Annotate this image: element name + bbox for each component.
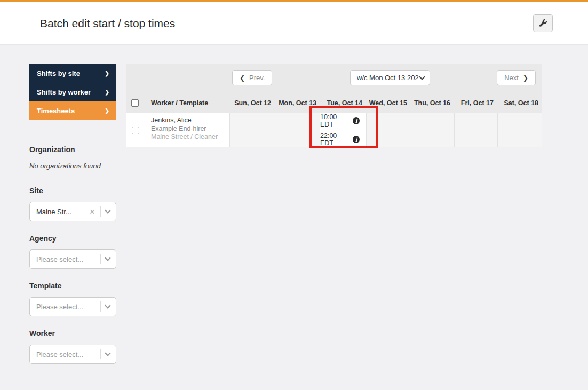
worker-template-cell: Jenkins, Alice Example End-hirer Maine S… bbox=[144, 113, 229, 147]
column-header-tue: Tue, Oct 14 bbox=[320, 99, 366, 107]
content-area: Shifts by site ❯ Shifts by worker ❯ Time… bbox=[0, 45, 588, 390]
table-row: Jenkins, Alice Example End-hirer Maine S… bbox=[126, 113, 542, 141]
select-all-checkbox[interactable] bbox=[131, 99, 139, 107]
site-label: Site bbox=[29, 186, 116, 195]
timesheet-table: ❮ Prev. w/c Mon Oct 13 202 Next ❯ Worker… bbox=[126, 64, 542, 141]
chevron-right-icon: ❯ bbox=[105, 71, 109, 76]
day-cell-mon[interactable] bbox=[275, 113, 320, 147]
table-header: ❮ Prev. w/c Mon Oct 13 202 Next ❯ Worker… bbox=[126, 64, 542, 113]
select-all-cell bbox=[126, 99, 144, 107]
no-organizations-text: No organizations found bbox=[29, 162, 116, 170]
app-window: Batch edit start / stop times Shifts by … bbox=[0, 0, 588, 391]
chevron-right-icon: ❯ bbox=[523, 74, 528, 82]
organization-label: Organization bbox=[29, 145, 116, 154]
shift-start-time: 10:00 EDT bbox=[320, 113, 349, 128]
week-select[interactable]: w/c Mon Oct 13 202 bbox=[350, 70, 430, 85]
chevron-down-icon[interactable] bbox=[105, 302, 110, 308]
worker-name: Jenkins, Alice bbox=[151, 116, 226, 125]
template-label: Template bbox=[29, 281, 116, 290]
chevron-down-icon[interactable] bbox=[105, 255, 110, 261]
worker-select-placeholder: Please select... bbox=[36, 350, 83, 358]
template-select-placeholder: Please select... bbox=[36, 303, 83, 311]
page-title: Batch edit start / stop times bbox=[40, 17, 175, 30]
clear-x-icon[interactable]: × bbox=[90, 207, 95, 216]
chevron-down-icon[interactable] bbox=[105, 350, 110, 356]
worker-label: Worker bbox=[29, 329, 116, 338]
shift-stop-entry: 22:00 EDT i bbox=[320, 132, 360, 147]
select-divider bbox=[100, 349, 101, 359]
shift-start-entry: 10:00 EDT i bbox=[320, 113, 360, 128]
site-select[interactable]: Maine Str... × bbox=[29, 202, 116, 221]
sidebar-item-shifts-by-site[interactable]: Shifts by site ❯ bbox=[29, 64, 116, 83]
nav-item-label: Shifts by worker bbox=[37, 88, 91, 96]
shift-stop-time: 22:00 EDT bbox=[320, 132, 349, 147]
column-header-mon: Mon, Oct 13 bbox=[275, 99, 320, 107]
prev-button-label: Prev. bbox=[249, 74, 265, 82]
chevron-left-icon: ❮ bbox=[240, 74, 245, 82]
day-cell-wed[interactable] bbox=[366, 113, 411, 147]
next-week-button[interactable]: Next ❯ bbox=[497, 70, 536, 85]
settings-button[interactable] bbox=[533, 14, 553, 32]
next-button-label: Next bbox=[504, 74, 519, 82]
site-role: Maine Street / Cleaner bbox=[151, 133, 226, 142]
sidebar-nav: Shifts by site ❯ Shifts by worker ❯ Time… bbox=[29, 64, 116, 120]
sidebar-item-timesheets[interactable]: Timesheets ❯ bbox=[29, 101, 116, 120]
chevron-right-icon: ❯ bbox=[105, 89, 109, 95]
column-header-fri: Fri, Oct 17 bbox=[454, 99, 497, 107]
prev-week-button[interactable]: ❮ Prev. bbox=[232, 70, 272, 85]
column-header-sun: Sun, Oct 12 bbox=[229, 99, 275, 107]
column-header-row: Worker / Template Sun, Oct 12 Mon, Oct 1… bbox=[126, 93, 542, 113]
row-checkbox[interactable] bbox=[132, 127, 139, 134]
day-cell-thu[interactable] bbox=[411, 113, 454, 147]
day-cell-sat[interactable] bbox=[497, 113, 542, 147]
day-cell-tue[interactable]: 10:00 EDT i 22:00 EDT i bbox=[320, 113, 366, 147]
sidebar: Shifts by site ❯ Shifts by worker ❯ Time… bbox=[29, 64, 116, 364]
column-header-sat: Sat, Oct 18 bbox=[497, 99, 542, 107]
select-divider bbox=[100, 206, 101, 217]
chevron-right-icon: ❯ bbox=[105, 108, 109, 114]
select-divider bbox=[100, 301, 101, 312]
nav-item-label: Shifts by site bbox=[37, 69, 80, 77]
sidebar-item-shifts-by-worker[interactable]: Shifts by worker ❯ bbox=[29, 83, 116, 101]
agency-label: Agency bbox=[29, 234, 116, 243]
column-header-thu: Thu, Oct 16 bbox=[411, 99, 454, 107]
agency-select-placeholder: Please select... bbox=[36, 255, 83, 263]
chevron-down-icon bbox=[419, 74, 425, 80]
column-header-wed: Wed, Oct 15 bbox=[366, 99, 411, 107]
day-cell-fri[interactable] bbox=[454, 113, 497, 147]
filter-panel: Organization No organizations found Site… bbox=[29, 145, 116, 364]
worker-select[interactable]: Please select... bbox=[29, 345, 116, 364]
info-icon[interactable]: i bbox=[353, 136, 360, 143]
chevron-down-icon[interactable] bbox=[105, 207, 110, 213]
info-icon[interactable]: i bbox=[353, 117, 360, 124]
page-header: Batch edit start / stop times bbox=[0, 2, 588, 45]
select-divider bbox=[100, 254, 101, 264]
row-checkbox-cell bbox=[126, 113, 144, 147]
agency-select[interactable]: Please select... bbox=[29, 249, 116, 269]
end-hirer-name: Example End-hirer bbox=[151, 125, 226, 134]
nav-item-label: Timesheets bbox=[37, 107, 75, 115]
wrench-icon bbox=[539, 19, 547, 27]
day-cell-sun[interactable] bbox=[229, 113, 275, 147]
column-header-worker-template: Worker / Template bbox=[144, 99, 229, 107]
week-select-value: w/c Mon Oct 13 202 bbox=[357, 74, 419, 82]
template-select[interactable]: Please select... bbox=[29, 297, 116, 316]
site-select-value: Maine Str... bbox=[36, 208, 71, 216]
